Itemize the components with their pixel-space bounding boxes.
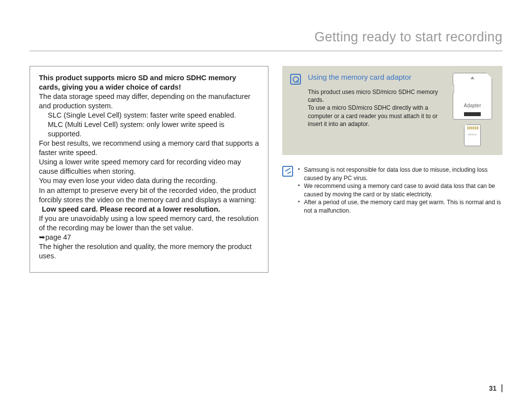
note-icon (282, 166, 293, 177)
left-p5: In an attempt to preserve every bit of t… (39, 186, 259, 205)
page-number: 31 (489, 384, 502, 392)
left-info-box: This product supports micro SD and micro… (30, 66, 268, 273)
bullet-mlc: MLC (Multi Level Cell) system: only lowe… (48, 120, 259, 139)
tip-title: Using the memory card adaptor (308, 73, 442, 81)
left-p3: Using a lower write speed memory card fo… (39, 157, 259, 176)
page-ref: ➥page 47 (39, 233, 259, 242)
tip-box: Using the memory card adaptor This produ… (282, 66, 502, 155)
magnifier-icon (290, 74, 301, 85)
adapter-label: Adapter (453, 103, 492, 108)
micro-sd-graphic: micro (464, 125, 481, 146)
intro-bold: This product supports micro SD and micro… (39, 73, 259, 92)
left-p6: If you are unavoidably using a low speed… (39, 214, 259, 233)
left-p2: For best results, we recommend using a m… (39, 139, 259, 157)
left-p7: The higher the resolution and quality, t… (39, 242, 259, 261)
note-2: We recommend using a memory card case to… (300, 182, 502, 198)
tip-line1: This product uses micro SD/micro SDHC me… (308, 88, 442, 104)
warning-message: Low speed card. Please record at a lower… (39, 205, 259, 214)
note-1: Samsung is not responsible for data loss… (300, 166, 502, 182)
notes-row: Samsung is not responsible for data loss… (282, 166, 502, 215)
sd-adapter-graphic: Adapter (453, 73, 492, 120)
page-title: Getting ready to start recording (30, 30, 502, 51)
bullet-slc: SLC (Single Level Cell) system: faster w… (48, 111, 259, 120)
tip-line2: To use a micro SD/micro SDHC directly wi… (308, 104, 442, 128)
right-column: Using the memory card adaptor This produ… (282, 66, 502, 273)
left-p1: The data storage speed may differ, depen… (39, 92, 259, 111)
note-3: After a period of use, the memory card m… (300, 198, 502, 215)
content-columns: This product supports micro SD and micro… (30, 66, 502, 273)
adapter-illustration: Adapter micro (450, 73, 495, 146)
left-p4: You may even lose your video data during… (39, 176, 259, 186)
notes-list: Samsung is not responsible for data loss… (300, 166, 502, 215)
